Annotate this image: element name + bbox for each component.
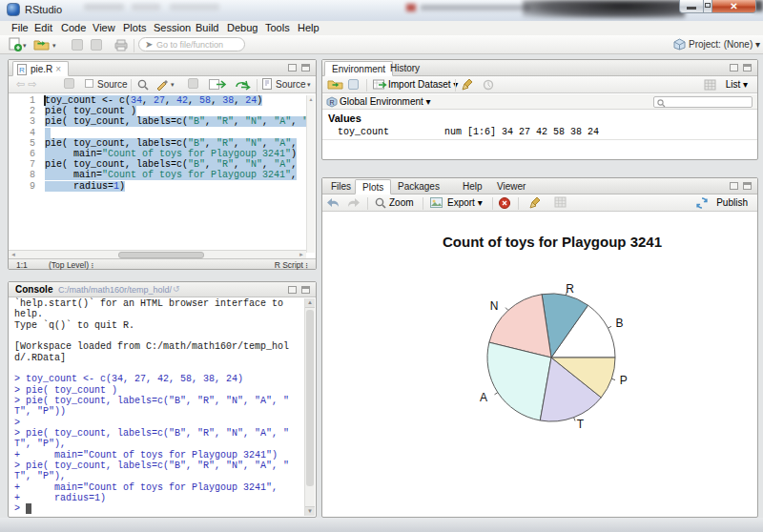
svg-text:N: N — [490, 299, 499, 313]
svg-text:R: R — [19, 66, 25, 74]
svg-text:R: R — [329, 99, 334, 106]
svg-text:A: A — [480, 391, 487, 404]
svg-text:P: P — [620, 374, 628, 387]
svg-text:T: T — [577, 418, 585, 431]
svg-text:B: B — [615, 317, 623, 330]
svg-text:R: R — [566, 282, 574, 296]
